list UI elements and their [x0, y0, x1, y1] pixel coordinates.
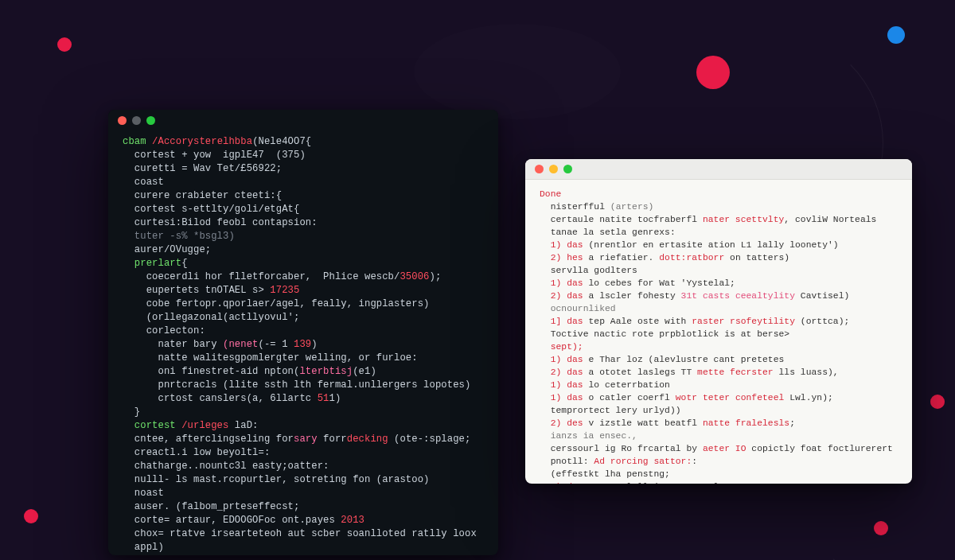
- code-token: ): [311, 339, 317, 350]
- code-token: laD:: [228, 420, 258, 431]
- code-token: 51: [318, 393, 329, 404]
- code-line: chox= rtatve irsearteteoh aut scber soan…: [123, 527, 484, 541]
- code-token: lls luass),: [774, 368, 839, 377]
- code-token: );: [430, 271, 442, 282]
- code-token: {: [181, 258, 187, 269]
- code-token: 1) das: [551, 393, 589, 402]
- code-line: }: [123, 406, 484, 419]
- code-line: 2) des v izstle watt beatfl natte fralel…: [540, 417, 899, 430]
- code-token: (-= 1: [259, 339, 294, 350]
- decorative-dot: [696, 56, 730, 89]
- code-line: eupertets tnOTAEL s> 17235: [123, 284, 484, 298]
- code-token: /urleges: [181, 420, 228, 431]
- maximize-icon[interactable]: [146, 116, 155, 125]
- code-token: Done: [540, 189, 561, 199]
- code-token: cntee, afterclingseling for: [134, 434, 294, 445]
- code-line: cntee, afterclingseling forsary forrdeck…: [123, 433, 484, 446]
- code-token: (Nele4OO7{: [252, 136, 311, 147]
- code-token: appl): [134, 542, 164, 553]
- code-token: 2) hes: [551, 253, 589, 262]
- code-token: creactl.i low beyoltl=:: [134, 447, 271, 458]
- code-line: crtost canslers(a, 6llartc 511): [123, 392, 484, 406]
- code-token: forr: [318, 434, 347, 445]
- code-line: noast: [123, 487, 484, 500]
- code-token: aurer/OVugge;: [134, 244, 211, 255]
- code-line: nulll- ls mast.rcopurtler, sotreting fon…: [123, 473, 484, 487]
- code-line: Done: [540, 188, 899, 200]
- code-token: on tatters): [724, 253, 789, 262]
- code-token: servlla godlters: [551, 266, 637, 275]
- maximize-icon[interactable]: [563, 165, 572, 173]
- code-line: temprortect lery urlyd)): [540, 404, 899, 417]
- code-token: (nrentlor en ertasite ation L1 lally loo…: [588, 240, 838, 250]
- code-token: a lscler fohesty: [588, 291, 680, 301]
- code-token: crtost canslers(a, 6llartc: [158, 393, 317, 404]
- decorative-dot: [24, 509, 38, 523]
- code-line: 2) das a ototet laslegs TT mette fecrste…: [540, 366, 899, 379]
- code-token: noast: [134, 488, 164, 499]
- code-token: curetti = Wav Tet/£56922;: [134, 163, 282, 174]
- code-token: (arters): [610, 202, 654, 212]
- code-token: 2) des: [551, 418, 589, 428]
- code-token: nisterfful: [551, 202, 610, 212]
- code-line: }: [123, 554, 484, 555]
- code-token: chox= rtatve irsearteteoh aut scber soan…: [134, 528, 477, 539]
- code-line: 1) das e Thar loz (alevlustre cant prete…: [540, 353, 899, 366]
- code-line: 2) das a lscler fohesty 31t casts ceealt…: [540, 290, 899, 302]
- code-line: cerssourl ig Ro frcartal by aeter IO cop…: [540, 442, 899, 455]
- code-token: o catler coerfl: [588, 393, 675, 402]
- code-token: eupertets tnOTAEL s>: [146, 285, 271, 296]
- code-line: ianzs ia ensec.,: [540, 430, 899, 442]
- code-line: Toctive nactic rote prpblotlick is at be…: [540, 328, 899, 340]
- minimize-icon[interactable]: [549, 165, 558, 173]
- code-token: 1] das: [551, 317, 589, 326]
- code-token: sary: [294, 434, 318, 445]
- code-line: coast: [123, 176, 484, 189]
- code-token: dott:ratborr: [659, 253, 724, 262]
- code-token: copictly foat foctlurerert: [746, 444, 893, 453]
- code-line: nater bary (nenet(-= 1 139): [123, 338, 484, 352]
- code-token: corte= artaur, EDOOGOFoc ont.payes: [134, 515, 341, 526]
- code-line: 1) das o catler coerfl wotr teter confet…: [540, 391, 899, 404]
- code-token: 2) das: [551, 482, 589, 484]
- code-token: nulll- ls mast.rcopurtler, sotreting fon…: [134, 474, 430, 485]
- minimize-icon[interactable]: [132, 116, 141, 125]
- code-token: natte fralelesls: [703, 418, 789, 428]
- close-icon[interactable]: [535, 165, 544, 173]
- code-token: auser. (falbom_prteseffecst;: [134, 501, 300, 512]
- code-line: prerlart{: [123, 257, 484, 270]
- code-line: aurer/OVugge;: [123, 243, 484, 257]
- code-line: auser. (falbom_prteseffecst;: [123, 500, 484, 514]
- code-token: 31t casts ceealtylity: [681, 291, 795, 301]
- code-token: pnrtcracls (llite ssth lth fermal.unller…: [158, 379, 470, 391]
- code-token: chatharge..nountc3l easty;oatter:: [134, 461, 329, 472]
- code-line: natte walitesgpomlergter welling, or fur…: [123, 352, 484, 365]
- code-token: 1) das: [551, 278, 589, 288]
- code-line: pnotll: Ad rorcing sattor::: [540, 455, 899, 468]
- close-icon[interactable]: [118, 116, 127, 125]
- code-token: , covliW Norteals: [784, 215, 876, 224]
- code-line: chatharge..nountc3l easty;oatter:: [123, 460, 484, 473]
- code-line: pnrtcracls (llite ssth lth fermal.unller…: [123, 379, 484, 392]
- code-token: 1) das: [551, 355, 589, 364]
- code-editor-window: cbam /Accorysterelhbba(Nele4OO7{ cortest…: [108, 110, 498, 555]
- code-token: Ad rorcing sattor:: [594, 457, 692, 466]
- code-token: tep Aale oste with: [588, 317, 692, 326]
- code-token: Toctive nactic rote prpblotlick is at be…: [551, 329, 790, 339]
- code-line: corte= artaur, EDOOGOFoc ont.payes 2013: [123, 514, 484, 527]
- code-token: tuter -s% *bsgl3): [134, 231, 235, 242]
- code-line: oni finestret-aid npton(lterbtisj(e1): [123, 365, 484, 379]
- code-token: (e1): [353, 366, 376, 377]
- code-token: ianzs ia ensec.,: [551, 431, 637, 441]
- code-token: 1) das: [551, 380, 589, 390]
- code-line: cortest + yow igplE47 (375): [123, 149, 484, 162]
- code-line: cortest /urleges laD:: [123, 419, 484, 433]
- code-token: 1) das: [551, 240, 589, 250]
- code-token: curere crabieter cteeti:{: [134, 190, 282, 201]
- code-token: cortest: [134, 420, 181, 431]
- code-token: 139: [294, 339, 311, 350]
- code-token: Cavtisel): [795, 291, 849, 301]
- code-token: oni finestret-aid npton(: [158, 366, 299, 377]
- code-token: nater bary: [158, 339, 223, 350]
- code-token: Lwl.yn);: [784, 393, 832, 402]
